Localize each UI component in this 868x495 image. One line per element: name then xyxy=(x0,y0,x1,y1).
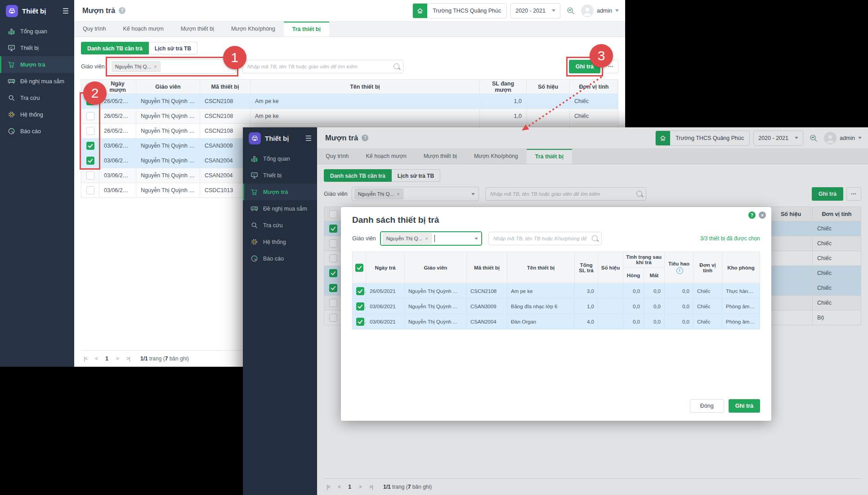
teacher-tag: Nguyễn Thị Q... × xyxy=(383,233,432,244)
ghi-tra-button[interactable]: Ghi trả xyxy=(569,60,600,73)
filter-toolbar: Giáo viên Nguyễn Thị Q... × 1 Ghi trả xyxy=(81,59,618,74)
subtab-lich-su-tra-tb[interactable]: Lịch sử trả TB xyxy=(149,42,197,54)
cart-icon xyxy=(8,61,15,68)
teacher-filter-label: Giáo viên xyxy=(81,63,105,70)
dialog-row[interactable]: 26/05/2021Nguyễn Thị Quỳnh ... CSCN2108A… xyxy=(353,284,760,299)
avatar xyxy=(581,4,594,17)
tab-ke-hoach-muon[interactable]: Kế hoạch mượn xyxy=(114,22,172,36)
table-header-row: Ngày mượn Giáo viên Mã thiết bị Tên thiế… xyxy=(81,80,618,94)
tab-quy-trinh[interactable]: Quy trình xyxy=(74,22,114,36)
search-icon xyxy=(394,63,399,69)
dialog-help-icon[interactable]: ? xyxy=(748,212,756,219)
tab-muon-thiet-bi[interactable]: Mượn thiết bị xyxy=(172,22,223,36)
pie-chart-icon xyxy=(8,127,15,135)
row-checkbox[interactable] xyxy=(356,302,364,310)
app-brand: Thiết bị ☰ xyxy=(0,0,74,23)
selection-count: 3/3 thiết bị đã được chọn xyxy=(700,235,760,242)
chevron-down-icon xyxy=(474,238,478,240)
text-cursor xyxy=(434,235,435,242)
window-front: Thiết bị ☰ Tổng quan Thiết bị Mượn trả Đ… xyxy=(243,127,868,495)
search-icon xyxy=(8,94,15,102)
sidebar-nav: Tổng quan Thiết bị Mượn trả Đề nghị mua … xyxy=(0,23,74,140)
teacher-filter-label: Giáo viên xyxy=(352,235,376,242)
device-search-input[interactable] xyxy=(242,60,403,73)
search-icon xyxy=(592,235,598,241)
more-actions-button[interactable]: ••• xyxy=(604,60,618,73)
subtabs: Danh sách TB cần trả Lịch sử trả TB xyxy=(81,42,618,54)
teacher-tag: Nguyễn Thị Q... × xyxy=(112,61,161,72)
gear-icon xyxy=(8,111,15,118)
tab-tra-thiet-bi[interactable]: Trả thiết bị xyxy=(284,22,329,36)
bar-chart-icon xyxy=(8,27,15,35)
info-icon[interactable]: ! xyxy=(676,267,683,274)
topbar: Mượn trả ? Trường THCS Quảng Phúc 2020 -… xyxy=(74,0,625,22)
row-checkbox[interactable] xyxy=(86,112,94,120)
tag-remove-icon[interactable]: × xyxy=(154,64,157,69)
monitor-icon xyxy=(8,44,15,52)
chevron-down-icon xyxy=(228,66,232,68)
app-name: Thiết bị xyxy=(22,7,58,15)
user-menu[interactable]: admin xyxy=(581,4,619,17)
page-number[interactable]: 1 xyxy=(105,356,108,362)
page-title: Mượn trả xyxy=(82,6,115,15)
table-row[interactable]: 26/05/2021Nguyễn Thị Quỳnh Chi CSCN2108A… xyxy=(81,109,618,124)
dialog-close-icon[interactable]: × xyxy=(759,212,766,219)
row-checkbox[interactable] xyxy=(86,97,94,105)
tag-remove-icon[interactable]: × xyxy=(425,236,428,241)
page-help-icon[interactable]: ? xyxy=(119,7,125,14)
dialog-row[interactable]: 03/06/2021Nguyễn Thị Quỳnh ... CSAN3009B… xyxy=(353,299,760,314)
app-logo-icon xyxy=(6,5,18,17)
dong-button[interactable]: Đóng xyxy=(690,399,724,413)
tab-muon-kho-phong[interactable]: Mượn Kho/phòng xyxy=(223,22,284,36)
row-checkbox[interactable] xyxy=(86,142,94,150)
last-page-icon[interactable]: >| xyxy=(126,356,130,362)
dialog-row[interactable]: 03/06/2021Nguyễn Thị Quỳnh ... CSAN2004Đ… xyxy=(353,314,760,329)
dialog-filter-toolbar: Giáo viên Nguyễn Thị Q... × 3/3 thiết bị… xyxy=(352,231,760,246)
school-name: Trường THCS Quảng Phúc xyxy=(427,8,506,14)
menu-toggle-icon[interactable]: ☰ xyxy=(63,7,69,15)
sidebar-item-tra-cuu[interactable]: Tra cứu xyxy=(0,90,74,106)
row-checkbox[interactable] xyxy=(86,186,94,194)
row-checkbox[interactable] xyxy=(356,287,364,295)
select-all-checkbox[interactable] xyxy=(355,264,363,272)
select-all-checkbox[interactable] xyxy=(86,83,94,91)
dialog-search xyxy=(488,232,602,245)
dialog-search-input[interactable] xyxy=(488,232,602,245)
sidebar-item-bao-cao[interactable]: Báo cáo xyxy=(0,123,74,140)
sidebar-item-thiet-bi[interactable]: Thiết bị xyxy=(0,40,74,56)
sidebar-item-muon-tra[interactable]: Mượn trả xyxy=(0,56,74,73)
subtab-danh-sach-tb-can-tra[interactable]: Danh sách TB cần trả xyxy=(81,42,149,54)
ghi-tra-submit-button[interactable]: Ghi trả xyxy=(729,399,760,413)
table-row[interactable]: 26/05/2021Nguyễn Thị Quỳnh Chi CSCN2108A… xyxy=(81,94,618,109)
lookup-icon[interactable] xyxy=(566,6,576,16)
dialog-header-row: Ngày trả Giáo viên Mã thiết bị Tên thiết… xyxy=(353,252,760,268)
year-dropdown[interactable]: 2020 - 2021 xyxy=(510,3,560,18)
pagination-info: 1/1 trang (7 bản ghi) xyxy=(140,356,189,362)
dialog-table: Ngày trả Giáo viên Mã thiết bị Tên thiết… xyxy=(352,252,760,329)
row-checkbox[interactable] xyxy=(86,157,94,165)
teacher-select-focused[interactable]: Nguyễn Thị Q... × xyxy=(380,231,482,246)
school-icon xyxy=(413,4,427,18)
school-selector[interactable]: Trường THCS Quảng Phúc xyxy=(412,3,507,18)
prev-page-icon[interactable]: < xyxy=(95,356,98,362)
tabs: Quy trình Kế hoạch mượn Mượn thiết bị Mư… xyxy=(74,22,625,37)
projector-icon xyxy=(8,77,15,85)
username: admin xyxy=(597,8,612,14)
row-checkbox[interactable] xyxy=(86,171,94,180)
sidebar-item-de-nghi-mua-sam[interactable]: Đề nghị mua sắm xyxy=(0,73,74,90)
teacher-select[interactable]: Nguyễn Thị Q... × 1 xyxy=(109,59,236,74)
next-page-icon[interactable]: > xyxy=(116,356,119,362)
dialog-footer: Đóng Ghi trả xyxy=(352,399,760,413)
device-search xyxy=(242,60,403,73)
row-checkbox[interactable] xyxy=(86,127,94,135)
chevron-down-icon xyxy=(552,9,555,12)
return-dialog: ? × Danh sách thiết bị trả Giáo viên Ngu… xyxy=(341,207,771,421)
row-checkbox[interactable] xyxy=(356,318,364,326)
sidebar: Thiết bị ☰ Tổng quan Thiết bị Mượn trả Đ… xyxy=(0,0,74,367)
first-page-icon[interactable]: |< xyxy=(84,356,87,362)
sidebar-item-tong-quan[interactable]: Tổng quan xyxy=(0,23,74,40)
sidebar-item-he-thong[interactable]: Hệ thống xyxy=(0,106,74,123)
chevron-down-icon xyxy=(615,9,619,12)
dialog-title: Danh sách thiết bị trả xyxy=(352,215,760,225)
